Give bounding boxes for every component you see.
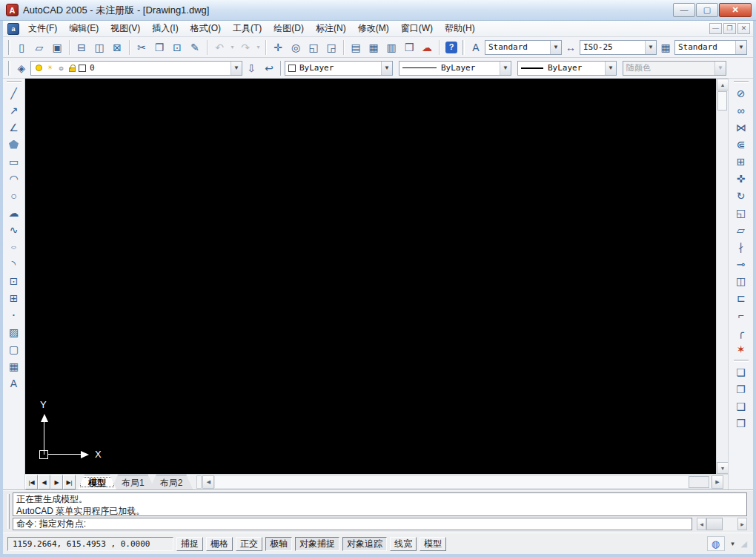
spline-icon[interactable]: ∿	[5, 221, 23, 238]
combo-arrow-icon[interactable]: ▼	[550, 41, 561, 54]
match-properties-icon[interactable]: ✎	[186, 39, 204, 56]
toggle-osnap[interactable]: 对象捕捉	[295, 537, 339, 551]
line-icon[interactable]: ╱	[5, 85, 23, 102]
new-file-icon[interactable]: ▯	[13, 39, 30, 56]
combo-arrow-icon[interactable]: ▼	[500, 62, 511, 75]
menu-tools[interactable]: 工具(T)	[227, 21, 268, 36]
layer-plot-icon[interactable]: ❂	[56, 64, 66, 72]
tab-layout2[interactable]: 布局2	[150, 475, 193, 490]
toggle-polar[interactable]: 极轴	[265, 537, 292, 551]
mirror-icon[interactable]: ⋈	[732, 119, 750, 136]
minimize-button[interactable]: —	[673, 3, 695, 17]
properties-icon[interactable]: ▤	[347, 39, 365, 56]
zoom-window-icon[interactable]: ◱	[305, 39, 322, 56]
bring-above-objects-icon[interactable]: ❑	[732, 398, 750, 415]
combo-arrow-icon[interactable]: ▼	[735, 41, 746, 54]
make-block-icon[interactable]: ⊞	[5, 289, 23, 306]
toggle-grid[interactable]: 栅格	[206, 537, 233, 551]
drawing-canvas[interactable]: Y X	[25, 79, 716, 474]
command-window-grip[interactable]	[7, 494, 10, 529]
horizontal-scrollbar[interactable]: ◀ ▶	[196, 475, 728, 490]
text-style-combo[interactable]: Standard ▼	[485, 40, 562, 55]
toolbar-grip[interactable]	[8, 61, 10, 76]
text-style-icon[interactable]: A	[467, 39, 485, 56]
array-icon[interactable]: ⊞	[732, 153, 750, 170]
combo-arrow-icon[interactable]: ▼	[645, 41, 656, 54]
vertical-scroll-track[interactable]	[717, 111, 728, 462]
circle-icon[interactable]: ○	[5, 187, 23, 204]
tab-next-button[interactable]: ▶	[50, 475, 63, 490]
open-file-icon[interactable]: ▱	[30, 39, 48, 56]
scroll-left-icon[interactable]: ◀	[202, 475, 214, 489]
tool-palettes-icon[interactable]: ▥	[382, 39, 400, 56]
help-icon[interactable]: ?	[442, 39, 460, 56]
toggle-lineweight[interactable]: 线宽	[390, 537, 417, 551]
vertical-scroll-thumb[interactable]	[717, 91, 727, 111]
break-at-point-icon[interactable]: ◫	[732, 272, 750, 289]
tab-model[interactable]: 模型	[78, 475, 116, 490]
trim-icon[interactable]: ∤	[732, 238, 750, 255]
scroll-down-icon[interactable]: ▼	[717, 462, 729, 474]
menu-insert[interactable]: 插入(I)	[146, 21, 184, 36]
layer-previous-icon[interactable]: ↩	[260, 59, 278, 77]
ellipse-arc-icon[interactable]: ◝	[5, 255, 23, 272]
markup-set-manager-icon[interactable]: ☁	[418, 39, 436, 56]
horizontal-scroll-thumb[interactable]	[689, 476, 709, 488]
sheetset-manager-icon[interactable]: ❒	[400, 39, 418, 56]
mini-scroll-track[interactable]	[723, 518, 737, 530]
menu-dimension[interactable]: 标注(N)	[310, 21, 352, 36]
combo-arrow-icon[interactable]: ▼	[381, 62, 392, 75]
doc-close-button[interactable]: ✕	[737, 23, 750, 34]
tab-prev-button[interactable]: ◀	[38, 475, 50, 490]
lineweight-combo[interactable]: ByLayer ▼	[517, 61, 617, 76]
rotate-icon[interactable]: ↻	[732, 187, 750, 204]
hatch-icon[interactable]: ▨	[5, 323, 23, 340]
combo-arrow-icon[interactable]: ▼	[231, 62, 242, 75]
communication-center-icon[interactable]: ◍	[707, 536, 725, 551]
save-icon[interactable]: ▣	[48, 39, 66, 56]
explode-icon[interactable]: ✶	[732, 340, 750, 357]
toggle-otrack[interactable]: 对象追踪	[342, 537, 387, 551]
color-combo[interactable]: ByLayer ▼	[285, 61, 393, 76]
break-icon[interactable]: ⊏	[732, 289, 750, 306]
command-mini-scrollbar[interactable]: ◀ ▶	[697, 518, 747, 530]
bring-to-front-icon[interactable]: ❏	[732, 363, 750, 380]
layer-freeze-icon[interactable]: ☀	[45, 63, 55, 73]
polygon-icon[interactable]	[5, 136, 23, 153]
scale-icon[interactable]: ◱	[732, 204, 750, 221]
print-preview-icon[interactable]: ◫	[90, 39, 108, 56]
copy-object-icon[interactable]: ∞	[732, 102, 750, 119]
insert-block-icon[interactable]: ⊡	[5, 272, 23, 289]
fillet-icon[interactable]: ╭	[732, 323, 750, 340]
pan-icon[interactable]: ✛	[269, 39, 287, 56]
erase-icon[interactable]: ⊘	[732, 85, 750, 102]
coordinate-display[interactable]: 1159.2664, 615.4953 , 0.0000	[7, 537, 173, 551]
revision-cloud-icon[interactable]: ☁	[5, 204, 23, 221]
toolbar-grip[interactable]	[7, 81, 21, 83]
publish-icon[interactable]: ⊠	[108, 39, 126, 56]
toggle-snap[interactable]: 捕捉	[176, 537, 203, 551]
linetype-combo[interactable]: ByLayer ▼	[399, 61, 511, 76]
ellipse-icon[interactable]: ○	[5, 238, 23, 255]
region-icon[interactable]: ▢	[5, 340, 23, 357]
mtext-icon[interactable]: A	[5, 375, 23, 392]
layer-on-off-icon[interactable]	[34, 65, 44, 71]
stretch-icon[interactable]: ▱	[732, 221, 750, 238]
toolbar-grip[interactable]	[734, 81, 749, 83]
resize-grip-icon[interactable]: ◢	[741, 539, 747, 549]
paste-icon[interactable]: ⊡	[168, 39, 186, 56]
rectangle-icon[interactable]: ▭	[5, 153, 23, 170]
designcenter-icon[interactable]: ▦	[365, 39, 382, 56]
layer-combo[interactable]: ☀ ❂ 0 ▼	[30, 61, 242, 76]
horizontal-scroll-track[interactable]	[214, 475, 712, 489]
toolbar-grip[interactable]	[8, 40, 10, 55]
menu-file[interactable]: 文件(F)	[22, 21, 63, 36]
command-input[interactable]: 命令: 指定对角点:	[13, 518, 692, 530]
zoom-realtime-icon[interactable]: ◎	[287, 39, 305, 56]
move-icon[interactable]: ✜	[732, 170, 750, 187]
menu-view[interactable]: 视图(V)	[105, 21, 146, 36]
redo-icon[interactable]: ↷	[236, 39, 254, 56]
tab-layout1[interactable]: 布局1	[111, 475, 155, 490]
send-to-back-icon[interactable]: ❐	[732, 380, 750, 398]
tab-last-button[interactable]: ▶|	[63, 475, 76, 490]
